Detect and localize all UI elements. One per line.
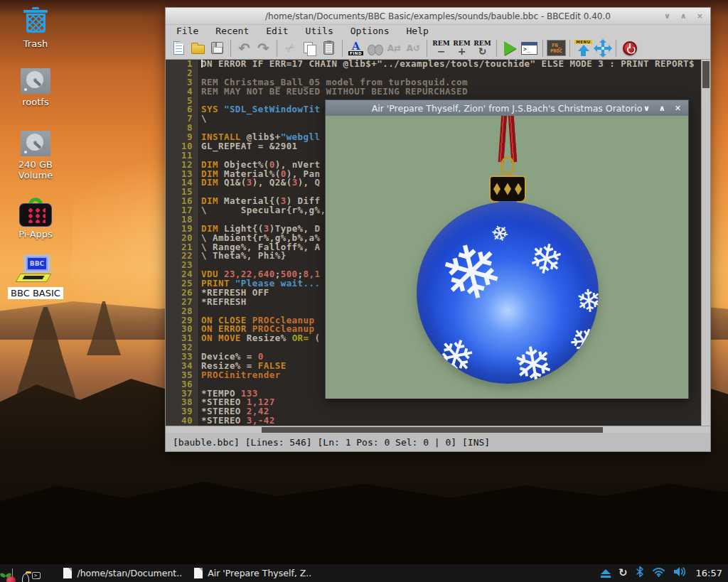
editor-menu-bar: File Recent Edit Utils Options Help — [166, 25, 710, 37]
fn-proc-icon: FN_PROC — [547, 40, 566, 56]
desktop-icon-label: rootfs — [22, 97, 48, 107]
line-number: 4 — [166, 87, 199, 97]
horizontal-scrollbar-thumb[interactable] — [262, 427, 603, 433]
eject-button[interactable] — [601, 569, 611, 578]
code-text: \ Specular{r%,g%, — [199, 206, 326, 215]
redo-button[interactable]: ↷ — [254, 38, 273, 58]
replace-button[interactable]: A⇄ — [385, 38, 404, 58]
paste-button[interactable] — [319, 38, 338, 58]
bauble-viewer-window: Air 'Prepare Thyself, Zion' from J.S.Bac… — [325, 99, 689, 399]
code-line[interactable]: 1ON ERROR IF ERR=17 CHAIN @lib$+"../exam… — [166, 60, 710, 69]
menu-utils[interactable]: Utils — [306, 26, 333, 36]
bauble-render-canvas[interactable]: ❄ ❄ ❄ ❄ ❄ ❄ ❄ — [326, 116, 688, 399]
terminal-launcher[interactable]: >_ — [32, 566, 41, 580]
replace-all-button[interactable]: A↺ — [404, 38, 423, 58]
rem-remove-button[interactable]: REM − — [431, 38, 451, 58]
status-text: [bauble.bbc] [Lines: 546] [Ln: 1 Pos: 0 … — [173, 437, 490, 448]
menu-up-button[interactable]: MENU — [574, 38, 593, 58]
toolbar-separator — [342, 40, 343, 57]
find-button[interactable]: A FIND — [346, 38, 365, 58]
bauble-sphere: ❄ ❄ ❄ ❄ ❄ ❄ ❄ — [417, 202, 599, 384]
bauble-title-bar[interactable]: Air 'Prepare Thyself, Zion' from J.S.Bac… — [326, 100, 688, 116]
vertical-scrollbar[interactable] — [701, 60, 710, 426]
move-window-button[interactable] — [593, 38, 612, 58]
menu-recent[interactable]: Recent — [215, 26, 249, 36]
close-icon[interactable]: ✕ — [675, 104, 681, 113]
code-line[interactable]: 4REM MAY NOT BE REUSED WITHOUT BEING REP… — [166, 87, 710, 97]
close-icon[interactable]: × — [697, 11, 703, 21]
maximize-icon[interactable]: ∧ — [659, 104, 665, 113]
desktop-icon-bbc-basic[interactable]: BBC BBC BASIC — [1, 254, 70, 299]
bluetooth-button[interactable] — [636, 566, 644, 581]
taskbar: >_ /home/stan/Document.. Air 'Prepare Th… — [0, 564, 728, 582]
cycle-icon: ↻ — [478, 46, 487, 56]
taskbar-task-bauble[interactable]: Air 'Prepare Thyself, Z.. — [191, 566, 314, 580]
taskbar-task-bbcedit[interactable]: /home/stan/Document.. — [60, 566, 185, 580]
code-text: ON MOVE Resize% OR= ( — [199, 334, 321, 343]
binoculars-icon — [368, 45, 383, 55]
quit-button[interactable] — [620, 38, 639, 58]
wifi-icon — [652, 567, 665, 577]
volume-button[interactable] — [673, 566, 688, 580]
vertical-scrollbar-thumb[interactable] — [702, 61, 710, 88]
code-text: ON ERROR IF ERR=17 CHAIN @lib$+"../examp… — [199, 60, 695, 69]
scissors-cut-icon: ✂ — [283, 41, 297, 55]
editor-title-bar[interactable]: /home/stan/Documents/BBC Basic/examples/… — [166, 8, 710, 25]
code-text: GL_REPEAT = &2901 — [199, 142, 298, 151]
shade-icon[interactable]: ∨ — [664, 11, 670, 21]
menu-file[interactable]: File — [176, 26, 198, 36]
code-text: \ Theta%, Phi%} — [199, 252, 287, 261]
fn-proc-list-button[interactable]: FN_PROC — [547, 38, 566, 58]
hard-disk-icon — [21, 131, 50, 156]
bauble-window-title: Air 'Prepare Thyself, Zion' from J.S.Bac… — [372, 103, 643, 114]
pi-apps-icon — [20, 198, 51, 226]
replace-all-icon: A↺ — [407, 44, 420, 53]
desktop-icon-label: Trash — [23, 38, 48, 49]
line-number: 3 — [166, 78, 199, 87]
code-line[interactable]: 40*STEREO 3,-42 — [166, 416, 710, 426]
snowflake-icon: ❄ — [525, 236, 568, 284]
menu-help[interactable]: Help — [407, 26, 429, 36]
find-next-button[interactable] — [365, 38, 385, 58]
wifi-button[interactable] — [652, 566, 665, 580]
play-icon — [504, 41, 516, 55]
horizontal-scrollbar[interactable] — [166, 426, 710, 433]
undo-button[interactable]: ↶ — [235, 38, 254, 58]
shade-icon[interactable]: ∨ — [643, 104, 650, 113]
run-button[interactable] — [500, 38, 520, 58]
code-text: \ — [199, 114, 207, 124]
desktop-icon-pi-apps[interactable]: Pi-Apps — [1, 198, 70, 239]
bluetooth-icon — [636, 566, 644, 578]
snowflake-icon: ❄ — [510, 338, 558, 384]
rem-add-button[interactable]: REM + — [451, 38, 472, 58]
bauble-hanging-ring — [500, 156, 515, 176]
desktop-icon-rootfs[interactable]: rootfs — [1, 68, 70, 107]
copy-button[interactable] — [300, 38, 319, 58]
updates-icon[interactable]: ↻ — [619, 568, 628, 578]
code-text: PROCinitrender — [199, 371, 281, 380]
menu-options[interactable]: Options — [350, 26, 390, 36]
line-number: 40 — [166, 416, 199, 426]
open-file-button[interactable] — [188, 38, 208, 58]
floppy-save-icon — [211, 42, 223, 54]
terminal-icon: >_ — [32, 572, 41, 579]
line-number: 7 — [166, 114, 199, 124]
new-file-button[interactable] — [169, 38, 188, 58]
toolbar-separator — [542, 40, 543, 57]
trash-icon — [21, 7, 50, 36]
clock[interactable]: 16:57 — [696, 568, 722, 578]
new-file-icon — [173, 41, 184, 55]
run-terminal-button[interactable]: >_ — [520, 38, 539, 58]
desktop: Trash rootfs 240 GB Volume Pi-Apps BBC B… — [0, 0, 728, 582]
volume-icon — [673, 566, 688, 577]
editor-status-bar: [bauble.bbc] [Lines: 546] [Ln: 1 Pos: 0 … — [166, 433, 710, 451]
toolbar-separator — [427, 40, 427, 57]
desktop-icon-label: Pi-Apps — [18, 229, 53, 239]
save-button[interactable] — [208, 38, 227, 58]
cut-button[interactable]: ✂ — [281, 38, 300, 58]
desktop-icon-240gb-volume[interactable]: 240 GB Volume — [1, 131, 70, 180]
maximize-icon[interactable]: ∧ — [680, 11, 687, 21]
rem-toggle-button[interactable]: REM ↻ — [472, 38, 493, 58]
desktop-icon-trash[interactable]: Trash — [1, 7, 70, 49]
menu-edit[interactable]: Edit — [266, 26, 288, 36]
